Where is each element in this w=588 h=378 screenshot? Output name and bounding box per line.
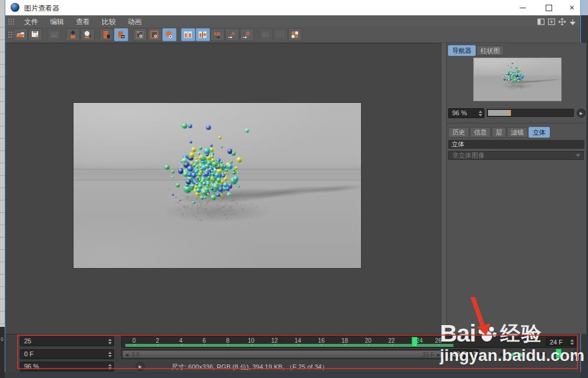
swap-ab-icon[interactable]: AB (211, 28, 225, 41)
navigator-thumbnail[interactable] (473, 58, 562, 101)
stepper-icon[interactable] (473, 351, 477, 357)
inspector-tab-2[interactable]: 层 (492, 127, 506, 138)
scroll-left-icon[interactable]: ◀ (125, 353, 128, 357)
fullscreen-icon[interactable] (259, 28, 273, 41)
menu-item-3[interactable]: 比较 (96, 16, 122, 28)
play-forward-button[interactable]: ▶ (517, 349, 527, 359)
debris-dot (256, 206, 258, 207)
save-image-icon[interactable]: ? (28, 28, 42, 41)
marker-button[interactable] (556, 349, 562, 358)
navigator-zoom-field[interactable]: 96 % (448, 108, 485, 118)
clear-images-icon[interactable] (99, 28, 113, 41)
stepper-icon[interactable] (570, 339, 574, 345)
debris-dot (520, 86, 521, 88)
menu-item-2[interactable]: 查看 (70, 16, 96, 28)
stepper-icon[interactable] (108, 352, 112, 357)
start-frame-field[interactable]: 0 F (20, 349, 114, 359)
debris-dot (200, 202, 202, 204)
particle-sphere (215, 172, 220, 178)
navigator-options-button[interactable]: ▶ (577, 109, 586, 118)
framerate-field[interactable]: 25 (20, 336, 114, 346)
menu-item-0[interactable]: 文件 (18, 16, 44, 28)
timeline-ruler[interactable]: 24 F 02468101214161820222426 (121, 336, 578, 348)
menu-item-1[interactable]: 编辑 (44, 16, 70, 28)
remove-image-icon[interactable] (114, 28, 128, 41)
navigator-tab-0[interactable]: 导航器 (448, 45, 476, 56)
next-frame-button[interactable]: ▶ (527, 349, 538, 359)
play-backward-button[interactable]: ◀ (506, 349, 517, 359)
timeline-scrollbar[interactable]: ◀ 0 F 33 F ▶ (121, 349, 445, 359)
playback-options-button[interactable]: ▶ (572, 350, 581, 359)
debris-dot (512, 85, 513, 86)
minimize-button[interactable] (512, 0, 534, 15)
particle-sphere (202, 182, 206, 185)
frame-range-icon[interactable]: 12 (47, 28, 61, 41)
timeline-scrollbar-thumb[interactable]: ◀ 0 F 33 F ▶ (122, 350, 443, 358)
split-horizontal-icon[interactable] (196, 28, 210, 41)
panel-move-icon[interactable] (558, 18, 566, 26)
panel-add-icon[interactable] (547, 18, 556, 26)
debris-dot (518, 85, 519, 86)
set-position-icon[interactable] (66, 28, 80, 41)
navigator-zoom-slider[interactable] (487, 109, 574, 117)
menu-grip-icon[interactable] (8, 18, 14, 25)
svg-text:A: A (231, 31, 235, 36)
debris-dot (517, 84, 518, 85)
debris-dot (190, 200, 191, 201)
scroll-right-icon[interactable]: ▶ (437, 353, 440, 357)
start-frame-value: 0 F (24, 350, 34, 357)
particle-sphere (201, 189, 207, 195)
panel-splitter[interactable] (442, 43, 446, 334)
maximize-button[interactable] (537, 0, 560, 15)
compare-b-frame-icon[interactable] (148, 28, 162, 41)
inspector-tab-0[interactable]: 历史 (448, 127, 469, 138)
particle-sphere (171, 176, 174, 179)
image-viewport[interactable] (5, 43, 442, 334)
panel-collapse-icon[interactable] (569, 18, 577, 26)
debris-dot (168, 188, 169, 189)
inspector-tab-3[interactable]: 滤镜 (507, 127, 528, 138)
background-ruler-marks (0, 15, 5, 327)
use-as-b-icon[interactable]: B (240, 28, 254, 41)
material-render-icon[interactable] (81, 28, 95, 41)
stepper-icon[interactable] (108, 339, 112, 344)
prev-frame-button[interactable]: ◀ (496, 349, 506, 359)
particle-sphere (203, 173, 206, 176)
zoom-slider-marker[interactable] (509, 110, 511, 116)
end-frame-field[interactable]: 24 F (546, 337, 576, 346)
go-start-button[interactable]: ▮◀ (485, 349, 496, 359)
close-button[interactable]: × (563, 0, 580, 15)
debris-dot (514, 88, 516, 89)
particle-sphere (189, 141, 192, 143)
compare-render-icon[interactable] (162, 28, 176, 41)
scrollbar-left-label: 0 F (132, 352, 140, 358)
particle-sphere (502, 75, 503, 76)
statusbar-zoom-field[interactable]: 96 % (20, 362, 114, 372)
particle-sphere (199, 179, 201, 180)
particle-sphere (216, 178, 222, 183)
inspector-tab-1[interactable]: 信息 (470, 127, 491, 138)
compare-a-frame-icon[interactable] (133, 28, 147, 41)
debris-dot (241, 203, 242, 204)
ram-player-icon[interactable] (288, 28, 302, 41)
statusbar-options-button[interactable]: ▶ (136, 362, 145, 371)
inspector-tab-4[interactable]: 立体 (529, 127, 550, 138)
debris-dot (211, 208, 212, 209)
layout-icon[interactable] (273, 28, 288, 41)
open-file-icon[interactable] (14, 28, 28, 41)
panel-split-icon[interactable] (537, 18, 545, 26)
particle-sphere (182, 123, 188, 129)
loop-end-field[interactable]: 33 F (449, 349, 479, 359)
menu-item-4[interactable]: 动画 (122, 16, 148, 28)
use-as-a-icon[interactable]: A (225, 28, 239, 41)
stereo-dropdown[interactable]: 非立体图像 (448, 151, 584, 160)
particle-sphere (230, 160, 233, 163)
stepper-icon[interactable] (479, 111, 482, 116)
go-end-button[interactable]: ▶▮ (538, 349, 549, 359)
range-dot (228, 344, 229, 346)
split-vertical-icon[interactable] (181, 28, 195, 41)
navigator-tab-1[interactable]: 柱状图 (476, 45, 504, 56)
debris-dot (216, 209, 218, 210)
particle-sphere (517, 71, 518, 71)
stepper-icon[interactable] (108, 364, 112, 370)
